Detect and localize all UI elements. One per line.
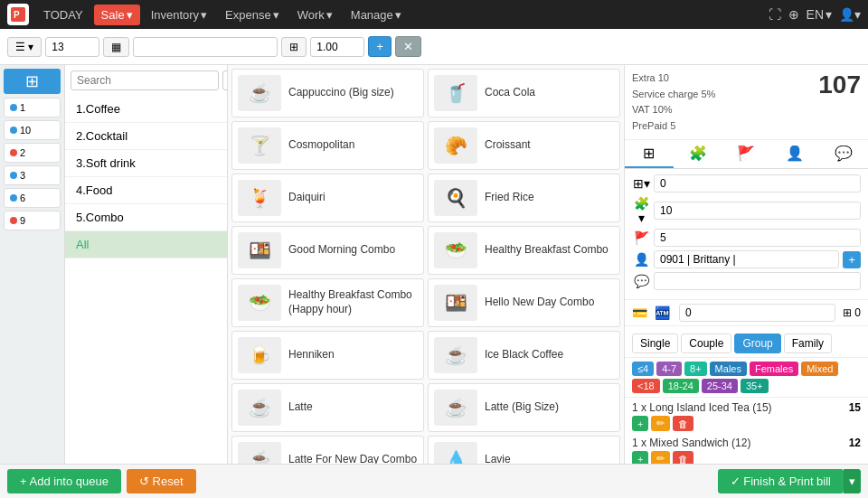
tab-table[interactable]: ⊞ (625, 140, 674, 168)
guest-tab-family[interactable]: Family (784, 334, 832, 353)
add-to-queue-btn[interactable]: + Add into queue (7, 469, 121, 493)
product-croissant[interactable]: 🥐 Croissant (428, 121, 620, 170)
finish-print-group: ✓ Finish & Print bill ▾ (718, 469, 861, 493)
order-item-mixed-sandwich: 1 x Mixed Sandwich (12) 12 + ✏ 🗑 (632, 437, 861, 466)
age-tag-8plus[interactable]: 8+ (684, 362, 707, 376)
product-henniken[interactable]: 🍺 Henniken (231, 331, 424, 380)
nav-sale[interactable]: Sale ▾ (94, 5, 140, 25)
category-search-input[interactable] (71, 70, 219, 90)
age-tag-males[interactable]: Males (710, 362, 747, 376)
product-cocacola[interactable]: 🥤 Coca Cola (428, 69, 620, 117)
age-tag-females[interactable]: Females (750, 362, 798, 376)
order-item-3[interactable]: 3 (4, 165, 61, 185)
tab-user[interactable]: 👤 (770, 140, 819, 168)
age-tag-25-34[interactable]: 25-34 (702, 379, 738, 393)
product-name: Healthy Breakfast Combo (Happy hour) (288, 288, 418, 316)
flag-field-icon: 🚩 (632, 230, 650, 245)
category-all[interactable]: All (65, 231, 227, 258)
qty-icon-btn[interactable]: ⊞ (281, 37, 307, 57)
order-item-6[interactable]: 6 (4, 188, 61, 208)
age-tag-mixed[interactable]: Mixed (801, 362, 838, 376)
note-field-input[interactable] (654, 272, 861, 290)
tab-puzzle[interactable]: 🧩 (674, 140, 722, 168)
nav-work[interactable]: Work ▾ (290, 5, 340, 25)
product-daiquiri[interactable]: 🍹 Daiquiri (231, 174, 424, 222)
category-food[interactable]: 4.Food (65, 177, 227, 204)
order-item-10[interactable]: 10 (4, 120, 61, 140)
fullscreen-icon[interactable]: ⛶ (769, 7, 781, 22)
product-name: Latte (288, 400, 313, 415)
product-search-input[interactable] (133, 37, 278, 57)
category-softdrink[interactable]: 3.Soft drink (65, 150, 227, 177)
globe-icon[interactable]: ⊕ (788, 7, 799, 22)
nav-inventory[interactable]: Inventory ▾ (144, 5, 214, 25)
customer-add-btn[interactable]: + (843, 251, 861, 268)
item-plus-btn[interactable]: + (632, 416, 648, 431)
card-icon: 🏧 (655, 305, 670, 320)
item-delete-btn[interactable]: 🗑 (673, 416, 693, 431)
grid-view-btn[interactable]: ▦ (103, 37, 129, 57)
flag-field-input[interactable]: 5 (654, 229, 861, 247)
order-number-input[interactable] (45, 37, 99, 57)
nav-manage[interactable]: Manage ▾ (344, 5, 409, 25)
puzzle-field-input[interactable]: 10 (654, 202, 861, 220)
top-navigation: P TODAY Sale ▾ Inventory ▾ Expense ▾ Wor… (0, 0, 868, 29)
age-tag-35plus[interactable]: 35+ (741, 379, 769, 393)
age-tag-4[interactable]: ≤4 (632, 362, 654, 376)
field-row-1: ⊞▾ 0 (632, 174, 861, 193)
order-item-2[interactable]: 2 (4, 143, 61, 163)
product-ice-black-coffee[interactable]: ☕ Ice Black Coffee (428, 331, 620, 380)
payment-icon: 💳 (632, 305, 647, 320)
right-panel: Extra 10 Service charge 5% VAT 10% PrePa… (624, 65, 868, 498)
order-menu-btn[interactable]: ☰ ▾ (7, 37, 42, 57)
field-row-5: 💬 (632, 272, 861, 290)
user-icon[interactable]: 👤▾ (839, 7, 861, 22)
field-row-2: 🧩▾ 10 (632, 196, 861, 225)
product-name: Coca Cola (485, 86, 535, 100)
order-item-9[interactable]: 9 (4, 211, 61, 230)
category-combo[interactable]: 5.Combo (65, 204, 227, 231)
payment-input[interactable] (679, 304, 835, 322)
reset-btn[interactable]: ↺ Reset (127, 469, 196, 493)
item-edit-btn[interactable]: ✏ (651, 416, 670, 431)
table-field-icon: ⊞▾ (632, 176, 650, 191)
finish-print-caret-btn[interactable]: ▾ (844, 469, 861, 493)
tab-message[interactable]: 💬 (819, 140, 868, 168)
product-fried-rice[interactable]: 🍳 Fried Rice (428, 174, 620, 222)
payment-count: ⊞ 0 (843, 306, 861, 319)
category-cocktail[interactable]: 2.Cocktail (65, 123, 227, 150)
product-healthy-breakfast-happy[interactable]: 🥗 Healthy Breakfast Combo (Happy hour) (231, 278, 424, 327)
language-selector[interactable]: EN▾ (807, 7, 832, 22)
right-panel-header: Extra 10 Service charge 5% VAT 10% PrePa… (625, 65, 868, 140)
product-healthy-breakfast-combo[interactable]: 🥗 Healthy Breakfast Combo (428, 226, 620, 275)
product-latte-big[interactable]: ☕ Latte (Big Size) (428, 383, 620, 432)
product-good-morning-combo[interactable]: 🍱 Good Morning Combo (231, 226, 424, 275)
add-item-btn[interactable]: + (368, 36, 392, 57)
guest-tab-single[interactable]: Single (632, 334, 678, 353)
age-tag-4-7[interactable]: 4-7 (656, 362, 682, 376)
product-cappuccino-big[interactable]: ☕ Cappuccino (Big size) (231, 69, 424, 117)
finish-print-btn[interactable]: ✓ Finish & Print bill (718, 469, 844, 493)
order-item-1[interactable]: 1 (4, 98, 61, 117)
nav-expense[interactable]: Expense ▾ (218, 5, 287, 25)
app-logo[interactable]: P (7, 4, 29, 25)
order-grid-toggle[interactable]: ⊞ (4, 69, 61, 94)
category-coffee[interactable]: 1.Coffee (65, 96, 227, 123)
clear-btn[interactable]: ✕ (395, 36, 421, 57)
age-tag-under18[interactable]: <18 (632, 379, 660, 393)
nav-right-controls: ⛶ ⊕ EN▾ 👤▾ (769, 7, 861, 22)
order-sidebar: ⊞ 1 10 2 3 6 9 (0, 65, 65, 498)
age-tag-18-24[interactable]: 18-24 (663, 379, 699, 393)
guest-tab-group[interactable]: Group (734, 334, 780, 353)
product-hello-new-day[interactable]: 🍱 Hello New Day Combo (428, 278, 620, 327)
table-field-input[interactable]: 0 (654, 174, 861, 193)
main-toolbar: ☰ ▾ ▦ ⊞ + ✕ (0, 29, 868, 65)
qty-input[interactable] (310, 37, 364, 57)
product-latte[interactable]: ☕ Latte (231, 383, 424, 432)
product-cosmopolitan[interactable]: 🍸 Cosmopolitan (231, 121, 424, 170)
product-img: ☕ (434, 337, 477, 373)
customer-field-input[interactable] (654, 250, 839, 268)
guest-tab-couple[interactable]: Couple (681, 334, 731, 353)
nav-today[interactable]: TODAY (36, 5, 90, 25)
tab-flag[interactable]: 🚩 (722, 140, 771, 168)
